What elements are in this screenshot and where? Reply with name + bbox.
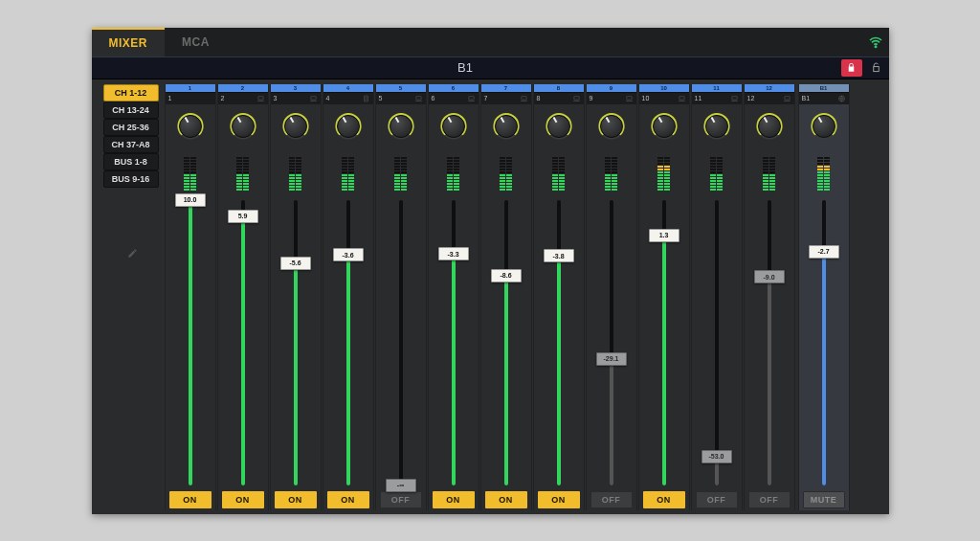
fader-track[interactable]: -53.0 — [715, 200, 719, 485]
channel-on-button[interactable]: ON — [433, 491, 475, 508]
lock-locked-icon[interactable] — [841, 59, 862, 77]
channel-on-button[interactable]: ON — [222, 491, 264, 508]
pan-knob[interactable] — [493, 113, 520, 140]
svg-rect-1 — [874, 67, 880, 72]
fader-cap[interactable]: -8.6 — [491, 269, 522, 282]
level-meter — [692, 148, 742, 191]
pan-knob[interactable] — [335, 113, 362, 140]
channel-label[interactable]: 12 — [745, 93, 794, 104]
fader-cap[interactable]: 5.9 — [228, 210, 258, 223]
pan-knob[interactable] — [756, 113, 783, 140]
pan-knob[interactable] — [388, 113, 414, 140]
fader-cap[interactable]: -5.6 — [280, 257, 311, 270]
fader-cap[interactable]: -2.7 — [809, 245, 839, 259]
fader-cap[interactable]: 10.0 — [175, 193, 206, 207]
channel-label[interactable]: 9 — [587, 93, 636, 104]
svg-rect-24 — [731, 96, 736, 99]
channel-on-button[interactable]: ON — [327, 491, 369, 508]
pan-knob[interactable] — [651, 113, 678, 140]
channel-on-button[interactable]: ON — [275, 491, 317, 508]
bank-button[interactable]: CH 37-A8 — [103, 136, 159, 153]
bank-button[interactable]: BUS 9-16 — [103, 170, 159, 188]
fader-track[interactable]: 5.9 — [241, 200, 245, 485]
mute-button[interactable]: MUTE — [803, 491, 845, 508]
channel-label[interactable]: 5 — [376, 93, 426, 104]
fader-track[interactable]: -3.8 — [557, 200, 561, 485]
fader-cap[interactable]: -3.6 — [333, 248, 364, 261]
laptop-icon — [256, 95, 265, 102]
tab-mca[interactable]: MCA — [165, 28, 227, 56]
fader-cap[interactable]: -3.3 — [438, 247, 469, 260]
channel-on-button[interactable]: OFF — [748, 491, 791, 508]
pan-knob[interactable] — [440, 113, 467, 140]
fader-track[interactable]: -8.6 — [504, 200, 508, 485]
fader-track[interactable]: -3.3 — [452, 200, 456, 485]
bank-button[interactable]: CH 13-24 — [103, 101, 159, 119]
channel-label[interactable]: 11 — [692, 93, 742, 104]
pan-knob[interactable] — [811, 113, 837, 140]
pan-knob[interactable] — [546, 113, 572, 140]
channel-label[interactable]: 4 — [323, 93, 373, 104]
level-meter — [376, 148, 426, 191]
channel-on-button[interactable]: OFF — [696, 491, 738, 508]
laptop-icon — [520, 95, 528, 102]
tab-mixer[interactable]: MIXER — [92, 28, 166, 56]
pan-knob[interactable] — [177, 113, 204, 140]
channel-label[interactable]: 3 — [271, 93, 321, 104]
laptop-icon — [678, 95, 686, 102]
channel-label[interactable]: 8 — [534, 93, 584, 104]
channel-label[interactable]: 7 — [481, 93, 531, 104]
channel-on-button[interactable]: ON — [169, 491, 212, 508]
svg-rect-22 — [679, 96, 683, 99]
fader-cap[interactable]: 1.3 — [649, 229, 679, 242]
bank-button[interactable]: CH 1-12 — [103, 84, 159, 101]
bank-button[interactable]: CH 25-36 — [103, 119, 159, 136]
pan-knob[interactable] — [230, 113, 256, 140]
laptop-icon — [572, 95, 581, 102]
channel-label[interactable]: 2 — [218, 93, 268, 104]
fader-cap[interactable]: -53.0 — [702, 450, 732, 463]
fader-cap[interactable]: -3.8 — [544, 249, 574, 262]
mixer-app: MIXER MCA B1 CH 1-12CH 13-24CH 25-36CH 3… — [92, 28, 889, 514]
pan-knob[interactable] — [703, 113, 730, 140]
svg-rect-16 — [521, 96, 525, 99]
fader-track[interactable]: 10.0 — [189, 200, 192, 485]
pan-knob[interactable] — [282, 113, 309, 140]
svg-rect-18 — [573, 96, 578, 99]
fader-track[interactable]: -∞ — [399, 200, 403, 485]
fader-track[interactable]: -3.6 — [346, 200, 350, 485]
fader-track[interactable]: -2.7 — [822, 200, 826, 485]
svg-rect-5 — [310, 96, 315, 99]
fader-track[interactable]: -9.0 — [768, 200, 771, 485]
lock-unlocked-icon[interactable] — [866, 59, 887, 77]
channel-on-button[interactable]: OFF — [380, 491, 422, 508]
channel-label[interactable]: 10 — [639, 93, 689, 104]
level-meter — [323, 148, 373, 191]
title-bar: B1 — [92, 56, 889, 79]
fader-track[interactable]: -5.6 — [294, 200, 298, 485]
fader-track[interactable]: 1.3 — [662, 200, 666, 485]
channel-on-button[interactable]: ON — [643, 491, 685, 508]
pan-knob[interactable] — [598, 113, 625, 140]
fader-cap[interactable]: -9.0 — [754, 270, 785, 283]
channel-on-button[interactable]: ON — [538, 491, 580, 508]
bank-button[interactable]: BUS 1-8 — [103, 153, 159, 170]
channel-strip: 9 9 -29.1 OFF — [586, 84, 637, 510]
master-strip: B1 B1 -2.7 MUTE — [798, 84, 850, 510]
channel-strips: 1 1 10.0 ON 2 2 — [163, 79, 889, 514]
globe-icon — [837, 95, 846, 102]
fader-track[interactable]: -29.1 — [610, 200, 613, 485]
channel-on-button[interactable]: ON — [485, 491, 527, 508]
channel-label[interactable]: 1 — [166, 93, 215, 104]
svg-point-0 — [875, 46, 876, 47]
main-area: CH 1-12CH 13-24CH 25-36CH 37-A8BUS 1-8BU… — [92, 79, 889, 514]
fader-cap[interactable]: -29.1 — [596, 352, 627, 366]
level-meter — [481, 148, 531, 191]
channel-on-button[interactable]: OFF — [590, 491, 633, 508]
channel-label[interactable]: 6 — [429, 93, 479, 104]
fader-cap[interactable]: -∞ — [386, 479, 416, 492]
channel-label[interactable]: B1 — [799, 93, 849, 104]
edit-icon[interactable] — [103, 248, 163, 259]
channel-strip: 1 1 10.0 ON — [165, 84, 216, 510]
level-meter — [587, 148, 636, 191]
